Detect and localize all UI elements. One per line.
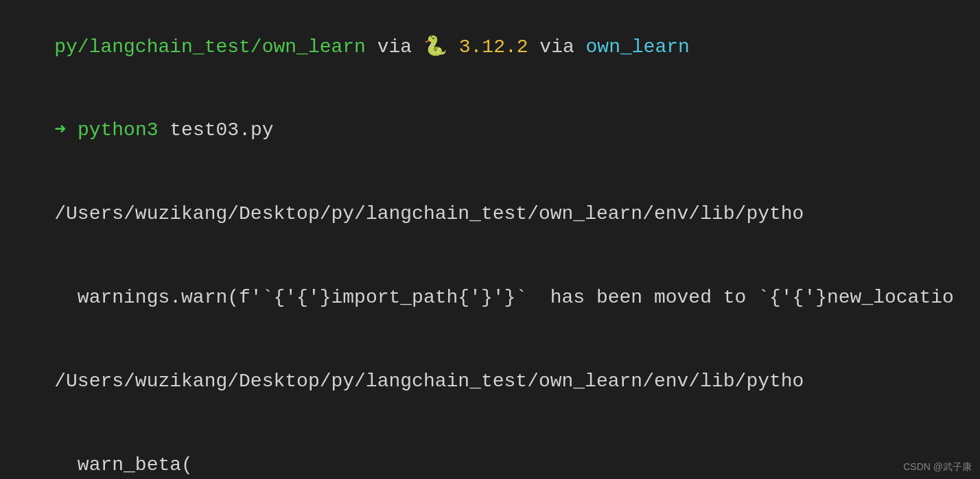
terminal-line-2: ➜ python3 test03.py: [0, 89, 980, 173]
prompt-arrow: ➜: [54, 119, 78, 141]
venv-name: own_learn: [586, 36, 690, 58]
terminal-line-4: warnings.warn(f'`{'{'}import_path{'}'}` …: [0, 256, 980, 340]
via-text-2: via: [528, 36, 586, 58]
python-version: 🐍 3.12.2: [423, 36, 528, 58]
watermark: CSDN @武子康: [903, 460, 972, 474]
via-text-1: via: [366, 36, 423, 58]
terminal-line-1: py/langchain_test/own_learn via 🐍 3.12.2…: [0, 5, 980, 89]
path-text: py/langchain_test/own_learn: [54, 36, 366, 58]
warn-beta: warn_beta(: [54, 454, 193, 476]
script-name: test03.py: [159, 119, 274, 141]
python3-cmd: python3: [78, 119, 159, 141]
terminal-line-5: /Users/wuzikang/Desktop/py/langchain_tes…: [0, 340, 980, 423]
terminal-line-3: /Users/wuzikang/Desktop/py/langchain_tes…: [0, 173, 980, 257]
warning-path-1: /Users/wuzikang/Desktop/py/langchain_tes…: [54, 203, 804, 224]
warning-path-2: /Users/wuzikang/Desktop/py/langchain_tes…: [54, 371, 804, 392]
warning-text: warnings.warn(f'`{'{'}import_path{'}'}` …: [54, 287, 954, 308]
terminal-line-6: warn_beta(: [0, 423, 980, 479]
terminal-window: py/langchain_test/own_learn via 🐍 3.12.2…: [0, 0, 980, 479]
